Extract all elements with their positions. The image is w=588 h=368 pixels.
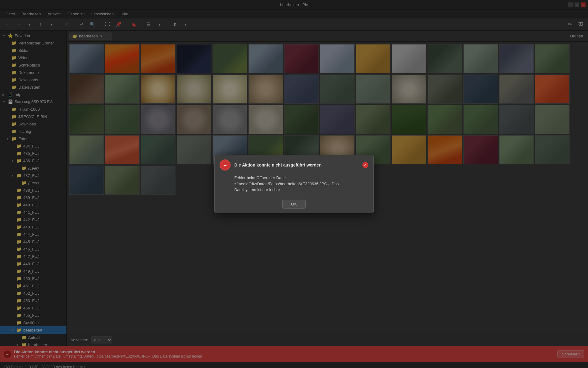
dialog-header: – Die Aktion konnte nicht ausgeführt wer…	[215, 155, 373, 174]
dialog-error-icon: –	[220, 159, 231, 171]
dialog-close-button[interactable]: ✕	[362, 162, 368, 168]
dialog-message: Fehler beim Öffnen der Datei »/media/fri…	[234, 175, 339, 192]
dialog-title: Die Aktion konnte nicht ausgeführt werde…	[234, 163, 322, 167]
dialog-overlay: – Die Aktion konnte nicht ausgeführt wer…	[0, 0, 588, 368]
error-dialog: – Die Aktion konnte nicht ausgeführt wer…	[214, 155, 374, 213]
dialog-footer: OK	[215, 197, 373, 213]
dialog-ok-button[interactable]: OK	[282, 200, 306, 209]
dialog-body: Fehler beim Öffnen der Datei »/media/fri…	[215, 174, 373, 197]
